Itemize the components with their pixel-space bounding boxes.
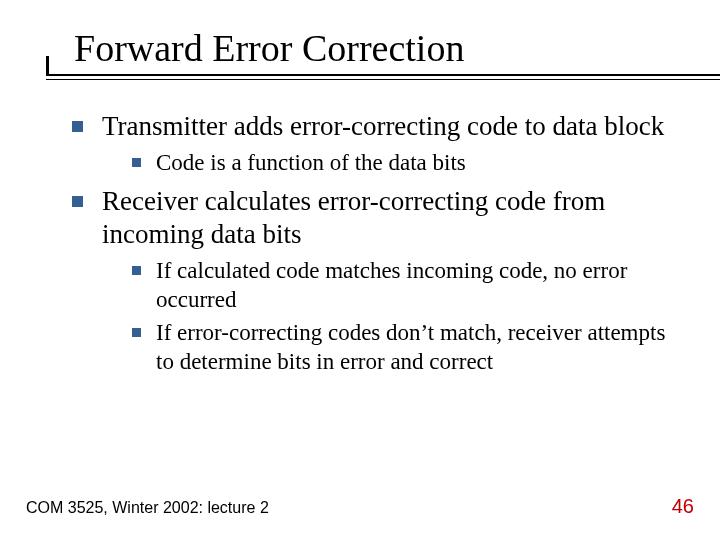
list-item: Receiver calculates error-correcting cod… (72, 185, 674, 376)
rule-thick (46, 74, 720, 76)
bullet-text: Code is a function of the data bits (156, 150, 466, 175)
title-underline (46, 74, 720, 80)
title-tick (46, 56, 49, 74)
slide-title: Forward Error Correction (74, 28, 674, 76)
bullet-text: Receiver calculates error-correcting cod… (102, 186, 605, 249)
bullet-list: Transmitter adds error-correcting code t… (46, 110, 674, 377)
slide: Forward Error Correction Transmitter add… (0, 0, 720, 540)
list-item: If calculated code matches incoming code… (132, 257, 674, 315)
bullet-text: Transmitter adds error-correcting code t… (102, 111, 664, 141)
bullet-text: If calculated code matches incoming code… (156, 258, 627, 312)
list-item: If error-correcting codes don’t match, r… (132, 319, 674, 377)
bullet-text: If error-correcting codes don’t match, r… (156, 320, 665, 374)
bullet-sublist: If calculated code matches incoming code… (102, 257, 674, 376)
footer-left: COM 3525, Winter 2002: lecture 2 (26, 499, 269, 517)
title-block: Forward Error Correction (46, 28, 674, 76)
rule-thin (46, 79, 720, 80)
bullet-sublist: Code is a function of the data bits (102, 149, 674, 178)
slide-footer: COM 3525, Winter 2002: lecture 2 46 (26, 495, 694, 518)
page-number: 46 (672, 495, 694, 518)
list-item: Transmitter adds error-correcting code t… (72, 110, 674, 178)
list-item: Code is a function of the data bits (132, 149, 674, 178)
slide-body: Transmitter adds error-correcting code t… (46, 110, 674, 377)
